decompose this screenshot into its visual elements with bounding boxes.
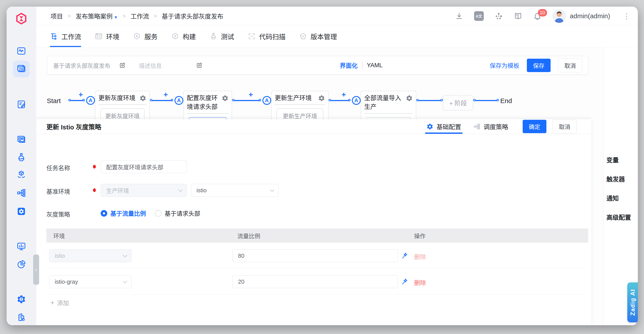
test-flask-icon [210, 32, 218, 40]
zadig-logo-icon[interactable] [15, 12, 28, 25]
panel-header: 更新 Istio 灰度策略 基础配置 调度策略 确定 取消 [36, 119, 591, 134]
menu-triggers[interactable]: 触发器 [606, 174, 625, 183]
stage-settings-icon[interactable] [139, 95, 146, 102]
top-bar: 项目 > 发布策略案例▼ > 工作流 > 基于请求头部灰度发布 A文 [36, 6, 638, 25]
ratio-input[interactable]: 20 [232, 275, 398, 288]
project-nav-tabs: 工作流 环境 服务 构建 测试 代码扫描 [36, 25, 638, 47]
ratio-input[interactable]: 80 [232, 250, 398, 262]
tree-branches-icon [474, 123, 480, 130]
tab-builds[interactable]: 构建 [171, 25, 196, 47]
approval-icon[interactable]: A [352, 96, 361, 105]
edit-name-icon[interactable] [119, 62, 126, 68]
top-actions: A文 10 admin(admin) ⋮ [455, 6, 630, 25]
tab-schedule-strategy[interactable]: 调度策略 [474, 119, 508, 134]
panel-cancel-button[interactable]: 取消 [552, 120, 577, 134]
menu-variables[interactable]: 变量 [606, 155, 619, 164]
workflow-toolbar-card: 基于请求头部灰度发布 描述信息 界面化 YAML 保存为模板 保存 取消 [47, 56, 588, 74]
kebab-menu-icon[interactable]: ⋮ [623, 12, 630, 20]
tab-tests[interactable]: 测试 [210, 25, 234, 47]
add-task-icon[interactable]: + [164, 90, 168, 99]
approval-icon[interactable]: A [262, 96, 271, 105]
download-icon [455, 12, 463, 20]
base-env-select[interactable]: 生产环境 [101, 184, 187, 197]
insert-variable-icon[interactable] [401, 277, 409, 286]
stage-settings-icon[interactable] [318, 95, 325, 102]
add-stage-button[interactable]: + 阶段 [443, 95, 473, 110]
tab-basic-config[interactable]: 基础配置 [426, 119, 461, 134]
sidebar-item-dashboard[interactable] [16, 46, 26, 56]
sidebar-item-settings[interactable] [16, 206, 26, 216]
insert-variable-icon[interactable] [401, 252, 409, 260]
base-env-service-select[interactable]: istio [191, 184, 278, 197]
tab-code-scan[interactable]: 代码扫描 [248, 25, 286, 47]
add-task-icon[interactable]: + [79, 90, 83, 99]
workflow-name-input[interactable]: 基于请求头部灰度发布 [53, 61, 119, 70]
monitor-bars-icon [16, 242, 26, 251]
menu-notifications[interactable]: 通知 [606, 194, 619, 202]
user-menu[interactable]: admin(admin) [552, 9, 610, 23]
building-check-icon [16, 312, 26, 322]
tab-workflows[interactable]: 工作流 [50, 25, 81, 47]
connector [473, 94, 499, 106]
endpoint-dot [259, 99, 261, 101]
delete-row-link[interactable]: 删除 [414, 252, 426, 261]
sidebar-item-enterprise[interactable] [16, 312, 26, 322]
col-ratio: 流量比例 [230, 232, 407, 240]
sidebar-item-environments[interactable] [16, 134, 26, 144]
zadig-ai-tab[interactable]: Zadig AI [627, 282, 638, 322]
breadcrumb-projects[interactable]: 项目 [50, 12, 63, 20]
endpoint-dot [171, 99, 173, 101]
cancel-button[interactable]: 取消 [558, 58, 582, 72]
menu-advanced-config[interactable]: 高级配置 [606, 213, 631, 222]
description-input[interactable]: 描述信息 [139, 61, 196, 70]
traffic-table: 环境 流量比例 操作 istio 80 删除 istio-gray 20 [46, 228, 588, 294]
mode-ui-toggle[interactable]: 界面化 [340, 61, 358, 70]
confirm-button[interactable]: 确定 [523, 120, 546, 133]
endpoint-dot [232, 99, 234, 101]
mode-yaml-toggle[interactable]: YAML [367, 62, 383, 69]
env-select[interactable]: istio-gray [49, 275, 132, 288]
language-switch-button[interactable]: A文 [474, 11, 484, 21]
sidebar-item-release-plan[interactable] [16, 100, 26, 109]
edit-description-icon[interactable] [196, 62, 203, 68]
env-select[interactable]: istio [49, 250, 132, 262]
save-button[interactable]: 保存 [527, 59, 550, 72]
docs-button[interactable] [514, 12, 522, 20]
tab-services[interactable]: 服务 [133, 25, 158, 47]
approval-icon[interactable]: A [174, 96, 183, 105]
add-row-button[interactable]: + 添加 [50, 298, 69, 307]
sidebar-item-data-board[interactable] [16, 242, 26, 251]
save-as-template-link[interactable]: 保存为模板 [490, 61, 520, 70]
plus-icon: + [50, 299, 54, 306]
task-name-input[interactable]: 配置灰度环境请求头部 [101, 160, 187, 173]
integrations-button[interactable] [494, 12, 503, 20]
tab-version-management[interactable]: 版本管理 [299, 25, 337, 47]
sidebar-item-delivery[interactable] [16, 170, 26, 179]
divider [364, 113, 413, 114]
download-button[interactable] [455, 12, 464, 20]
add-task-icon[interactable]: + [248, 90, 253, 99]
sidebar-item-insights[interactable] [16, 260, 26, 269]
breadcrumb-separator: > [123, 13, 126, 19]
tab-environments[interactable]: 环境 [95, 25, 119, 47]
radio-request-header[interactable]: 基于请求头部 [155, 209, 200, 218]
stage-settings-icon[interactable] [222, 95, 228, 102]
breadcrumb-workflows[interactable]: 工作流 [130, 12, 149, 20]
approval-icon[interactable]: A [86, 96, 95, 105]
add-task-icon[interactable]: + [342, 90, 346, 99]
gear-square-icon [16, 206, 26, 216]
sidebar-item-system-settings[interactable]: Z [16, 294, 26, 304]
radio-traffic-ratio[interactable]: 基于流量比例 [101, 209, 146, 218]
sidebar-item-projects[interactable]: PM [13, 61, 30, 77]
scan-brackets-icon [248, 32, 256, 40]
stage-settings-icon[interactable] [406, 95, 413, 102]
sidebar-item-testing[interactable] [16, 152, 26, 162]
endpoint-dot [416, 99, 419, 101]
gear-z-icon: Z [16, 294, 26, 304]
windows-stack-icon [16, 134, 26, 144]
sidebar-collapse-handle[interactable]: › [33, 254, 39, 285]
sidebar-item-template-library[interactable] [16, 188, 26, 198]
breadcrumb-project-name[interactable]: 发布策略案例▼ [76, 12, 118, 20]
delete-row-link[interactable]: 删除 [414, 278, 426, 287]
notifications-button[interactable]: 10 [533, 12, 542, 20]
